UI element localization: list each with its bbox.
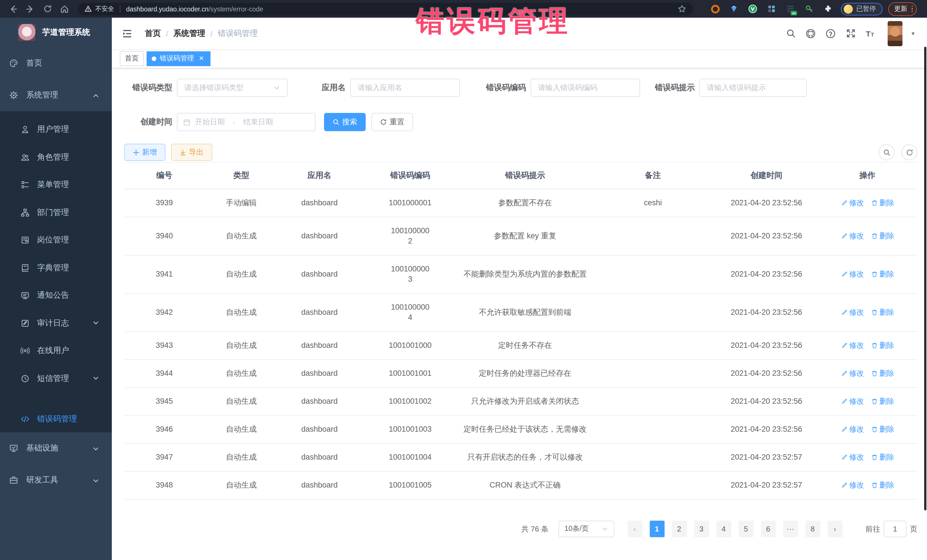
bookmark-star-icon[interactable] (678, 5, 686, 13)
url-bar[interactable]: 不安全 dashboard.yudao.iocoder.cn/system/er… (78, 3, 693, 15)
page-button[interactable]: 8 (805, 521, 820, 537)
tag-home[interactable]: 首页 (120, 51, 144, 66)
page-size-select[interactable]: 10条/页 (558, 521, 614, 537)
table-row[interactable]: 3945 自动生成 dashboard 1001001002 只允许修改为开启或… (125, 388, 917, 416)
close-tag-icon[interactable]: ✕ (198, 55, 205, 62)
sidebar-item-roles[interactable]: 角色管理 (0, 143, 112, 171)
users-group-icon (21, 153, 30, 162)
browser-forward-button[interactable] (22, 2, 39, 16)
error-type-select[interactable]: 请选择错误码类型 (177, 79, 287, 97)
browser-menu-icon[interactable] (911, 6, 913, 12)
delete-link[interactable]: 删除 (871, 480, 894, 490)
edit-link[interactable]: 修改 (840, 231, 864, 241)
sidebar-item-audit-log[interactable]: 审计日志 (0, 310, 112, 337)
browser-back-button[interactable] (5, 2, 22, 16)
page-button[interactable]: 3 (694, 521, 709, 537)
next-page-button[interactable]: › (827, 521, 842, 537)
delete-link[interactable]: 删除 (871, 307, 894, 318)
edit-link[interactable]: 修改 (840, 396, 864, 407)
error-code-input[interactable]: 请输入错误码编码 (530, 79, 640, 97)
extension-on-badge-icon[interactable]: on (786, 4, 795, 14)
edit-link[interactable]: 修改 (840, 452, 864, 463)
table-row[interactable]: 3948 自动生成 dashboard 1001001005 CRON 表达式不… (125, 472, 917, 499)
delete-link[interactable]: 删除 (871, 269, 894, 279)
sidebar-item-posts[interactable]: 岗位管理 (0, 226, 112, 254)
edit-link[interactable]: 修改 (840, 269, 864, 279)
edit-link[interactable]: 修改 (840, 424, 864, 434)
extension-squares-icon[interactable] (767, 4, 777, 14)
add-button[interactable]: 新增 (125, 144, 166, 161)
fullscreen-icon[interactable] (843, 26, 858, 41)
delete-link[interactable]: 删除 (871, 369, 894, 379)
edit-link[interactable]: 修改 (840, 369, 864, 379)
reset-button[interactable]: 重置 (371, 113, 413, 131)
edit-link[interactable]: 修改 (840, 198, 864, 208)
browser-reload-button[interactable] (39, 2, 56, 16)
create-time-range-picker[interactable]: 开始日期 - 结束日期 (177, 113, 316, 131)
extension-orange-icon[interactable] (710, 4, 720, 14)
extension-puzzle-icon[interactable] (823, 4, 833, 14)
goto-page-input[interactable]: 1 (884, 521, 906, 537)
page-button[interactable]: 4 (716, 521, 731, 537)
page-button[interactable]: 5 (739, 521, 753, 537)
table-row[interactable]: 3946 自动生成 dashboard 1001001003 定时任务已经处于该… (125, 416, 917, 444)
sidebar-item-departments[interactable]: 部门管理 (0, 199, 112, 226)
sidebar-item-menus[interactable]: 菜单管理 (0, 171, 112, 199)
page-button[interactable]: 1 (649, 521, 664, 537)
user-avatar[interactable]: ▼ (887, 21, 916, 46)
delete-link[interactable]: 删除 (871, 231, 894, 241)
breadcrumb-home[interactable]: 首页 (145, 28, 161, 38)
delete-link[interactable]: 删除 (871, 452, 894, 463)
goto-label: 前往 (865, 524, 880, 534)
sidebar-item-dev-tools[interactable]: 研发工具 (0, 464, 112, 496)
browser-update-chip[interactable]: 更新 (888, 2, 917, 16)
extension-key-icon[interactable] (804, 4, 814, 14)
sidebar-item-dicts[interactable]: 字典管理 (0, 254, 112, 282)
table-row[interactable]: 3939 手动编辑 dashboard 1001000001 参数配置不存在 c… (125, 189, 917, 217)
help-icon[interactable] (823, 26, 838, 41)
delete-link[interactable]: 删除 (871, 198, 894, 208)
toggle-search-button[interactable] (878, 144, 895, 160)
edit-link[interactable]: 修改 (840, 480, 864, 490)
tag-error-code[interactable]: 错误码管理 ✕ (147, 51, 211, 66)
table-row[interactable]: 3940 自动生成 dashboard 100100000 2 参数配置 key… (125, 217, 917, 255)
sidebar-toggle-icon[interactable] (120, 26, 135, 41)
export-button[interactable]: 导出 (171, 144, 212, 161)
table-row[interactable]: 3943 自动生成 dashboard 1001001000 定时任务不存在 2… (125, 332, 917, 360)
font-size-icon[interactable]: TT (863, 26, 878, 41)
page-button[interactable]: 6 (761, 521, 775, 537)
app-name-input[interactable]: 请输入应用名 (350, 79, 460, 97)
breadcrumb-system[interactable]: 系统管理 (173, 28, 205, 38)
search-button[interactable]: 搜索 (324, 113, 366, 131)
sidebar-item-notices[interactable]: 通知公告 (0, 282, 112, 310)
error-msg-input[interactable]: 请输入错误码提示 (699, 79, 807, 97)
sidebar-item-users[interactable]: 用户管理 (0, 116, 112, 143)
delete-link[interactable]: 删除 (871, 396, 894, 407)
sidebar-item-infrastructure[interactable]: 基础设施 (0, 432, 112, 464)
edit-link[interactable]: 修改 (840, 340, 864, 351)
edit-link[interactable]: 修改 (840, 307, 864, 318)
table-row[interactable]: 3942 自动生成 dashboard 100100000 4 不允许获取敏感配… (125, 294, 917, 332)
browser-home-button[interactable] (56, 2, 73, 16)
extension-gem-icon[interactable] (729, 4, 739, 14)
sidebar-item-online-users[interactable]: 在线用户 (0, 337, 112, 365)
github-icon[interactable] (803, 26, 818, 41)
profile-paused-chip[interactable]: 😮 已暂停 (841, 3, 882, 15)
search-icon[interactable] (783, 26, 798, 41)
sidebar-logo[interactable]: 芋道管理系统 (0, 18, 112, 47)
prev-page-button[interactable]: ‹ (627, 521, 642, 537)
page-button[interactable]: ··· (783, 521, 798, 537)
extension-green-circle-icon[interactable] (748, 4, 758, 14)
refresh-button[interactable] (901, 144, 917, 160)
scrollbar[interactable] (924, 47, 926, 510)
table-row[interactable]: 3941 自动生成 dashboard 100100000 3 不能删除类型为系… (125, 255, 917, 294)
sidebar-item-sms[interactable]: 短信管理 (0, 365, 112, 392)
table-row[interactable]: 3947 自动生成 dashboard 1001001004 只有开启状态的任务… (125, 444, 917, 472)
page-button[interactable]: 2 (672, 521, 687, 537)
delete-link[interactable]: 删除 (871, 424, 894, 434)
delete-link[interactable]: 删除 (871, 340, 894, 351)
sidebar-item-system[interactable]: 系统管理 (0, 79, 112, 111)
sidebar-item-home[interactable]: 首页 (0, 47, 112, 79)
table-row[interactable]: 3944 自动生成 dashboard 1001001001 定时任务的处理器已… (125, 360, 917, 388)
sidebar-item-error-code[interactable]: 错误码管理 (0, 392, 112, 432)
